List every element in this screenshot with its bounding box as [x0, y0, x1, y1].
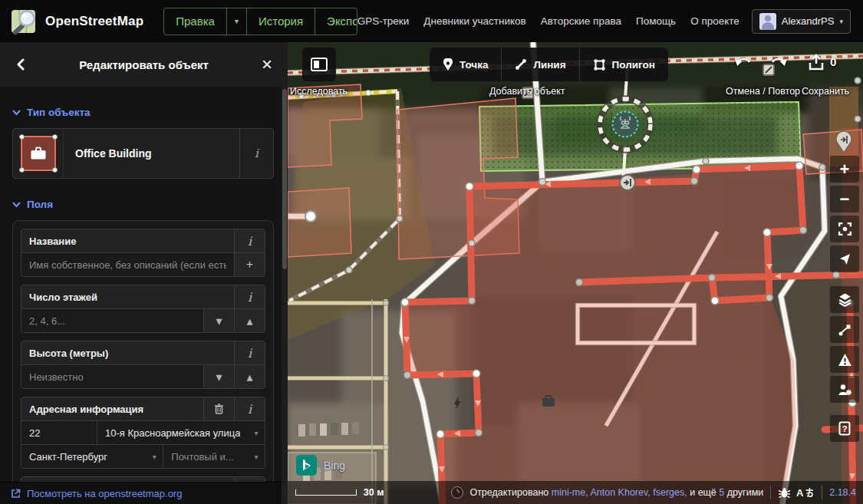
- edit-button-group: Правка ▾ История Экспорт: [163, 8, 357, 35]
- scale-bar: [295, 489, 357, 496]
- zoom-in-button[interactable]: +: [830, 156, 859, 183]
- street-input[interactable]: [97, 421, 248, 444]
- info-button[interactable]: i: [234, 229, 265, 252]
- external-link-icon: [11, 489, 21, 499]
- more-count-link[interactable]: 5: [719, 487, 724, 498]
- info-button[interactable]: i: [234, 285, 265, 308]
- export-button[interactable]: Экспорт: [315, 8, 357, 35]
- chevron-down-icon[interactable]: ▾: [248, 421, 265, 444]
- name-input[interactable]: [21, 253, 234, 276]
- nav-about[interactable]: О проекте: [690, 15, 739, 27]
- field-smoking: Курение i: [21, 476, 265, 482]
- history-clock-icon[interactable]: [451, 486, 463, 499]
- add-translation-button[interactable]: +: [234, 253, 265, 276]
- sidebar-toggle-icon: [311, 58, 328, 71]
- mode-label: Полигон: [612, 59, 655, 71]
- chevron-down-icon: [12, 202, 21, 208]
- view-on-osm-link[interactable]: Посмотреть на openstreetmap.org: [27, 488, 182, 499]
- caption-browse: Исследовать: [290, 86, 348, 97]
- nav-help[interactable]: Помощь: [636, 15, 676, 27]
- map-footer-bar: 30 м Отредактировано mini-me, Anton Khor…: [288, 481, 863, 504]
- editor-links[interactable]: mini-me, Anton Khorev, fserges,: [552, 487, 687, 498]
- preset-info-button[interactable]: i: [239, 129, 273, 178]
- info-button[interactable]: i: [234, 397, 265, 420]
- attribution-label: Bing: [324, 460, 345, 472]
- redo-button[interactable]: [769, 55, 789, 74]
- history-button[interactable]: История: [246, 8, 315, 35]
- height-input[interactable]: [21, 365, 203, 388]
- postcode-combo: ▾: [163, 445, 265, 468]
- fields-container: Название i + Число этажей i: [12, 220, 274, 482]
- edit-caret-button[interactable]: ▾: [226, 8, 246, 35]
- section-fields[interactable]: Поля: [12, 199, 274, 210]
- section-feature-type[interactable]: Тип объекта: [12, 107, 274, 118]
- osm-logo-icon: [9, 7, 38, 36]
- close-button[interactable]: ×: [259, 54, 275, 74]
- back-button[interactable]: [12, 55, 29, 74]
- sidebar-footer: Посмотреть на openstreetmap.org: [0, 482, 288, 504]
- user-menu[interactable]: AlexandrPS ▾: [752, 9, 851, 34]
- preferences-button[interactable]: [830, 376, 859, 403]
- chevron-left-icon: [15, 58, 26, 71]
- issues-button[interactable]: [830, 346, 859, 373]
- help-button[interactable]: ?: [830, 415, 859, 442]
- caption-save: Сохранить: [802, 86, 849, 97]
- edit-button[interactable]: Правка: [164, 8, 226, 35]
- entrance-icon[interactable]: [620, 175, 635, 190]
- postcode-input[interactable]: [163, 445, 248, 468]
- scale-label: 30 м: [364, 487, 384, 498]
- decrement-button[interactable]: ▾: [203, 309, 234, 332]
- bing-attribution[interactable]: Bing: [296, 455, 345, 476]
- zoom-out-button[interactable]: −: [830, 186, 859, 212]
- housenumber-input[interactable]: [21, 421, 97, 444]
- translate-icon: A: [796, 486, 815, 499]
- preset-icon-wrap: [13, 129, 64, 178]
- field-label: Адресная информация: [21, 397, 203, 420]
- city-input[interactable]: [21, 445, 146, 468]
- map-data-button[interactable]: [830, 316, 859, 343]
- close-icon: ×: [262, 58, 272, 71]
- report-bug-button[interactable]: [778, 487, 791, 499]
- nav-copyright[interactable]: Авторские права: [541, 15, 621, 27]
- field-name: Название i +: [21, 229, 265, 277]
- increment-button[interactable]: ▴: [234, 365, 265, 388]
- preset-button[interactable]: Office Building i: [12, 128, 274, 179]
- upload-save-icon: [808, 53, 825, 71]
- caption-add-feature: Добавить объект: [489, 86, 565, 97]
- map-controls-rail: + −: [830, 156, 861, 445]
- redo-icon: [769, 55, 789, 72]
- map-area: Точка Линия Полигон: [288, 42, 863, 504]
- chevron-down-icon[interactable]: ▾: [248, 445, 265, 468]
- section-label: Тип объекта: [27, 107, 91, 118]
- osm-home-link[interactable]: OpenStreetMap: [9, 7, 143, 36]
- add-point-button[interactable]: Точка: [430, 48, 501, 81]
- more-suffix: другими: [727, 487, 763, 498]
- add-line-button[interactable]: Линия: [501, 48, 578, 81]
- page-title: Редактировать объект: [29, 58, 259, 71]
- field-address: Адресная информация i: [21, 397, 265, 469]
- info-button[interactable]: i: [234, 341, 265, 364]
- chevron-down-icon[interactable]: ▾: [146, 445, 163, 468]
- sidebar-toggle-button[interactable]: [302, 48, 336, 81]
- section-label: Поля: [27, 199, 53, 210]
- top-navbar: OpenStreetMap Правка ▾ История Экспорт G…: [0, 0, 863, 42]
- undo-button[interactable]: [733, 55, 753, 74]
- increment-button[interactable]: ▴: [234, 309, 265, 332]
- sidebar-scrollbar[interactable]: [282, 87, 288, 504]
- edit-sidebar: Редактировать объект × Тип объекта: [0, 42, 288, 504]
- levels-input[interactable]: [21, 309, 203, 332]
- nav-user-diaries[interactable]: Дневники участников: [423, 15, 525, 27]
- map-canvas[interactable]: [288, 42, 863, 504]
- version-link[interactable]: 2.18.4: [829, 487, 856, 498]
- top-nav-links: GPS-треки Дневники участников Авторские …: [357, 15, 739, 27]
- scrollbar-thumb[interactable]: [282, 89, 287, 269]
- zoom-to-selection-button[interactable]: [830, 216, 859, 242]
- save-button[interactable]: [808, 53, 825, 74]
- translate-button[interactable]: A: [796, 486, 815, 499]
- remove-field-button[interactable]: [203, 397, 234, 420]
- backgrounds-button[interactable]: [830, 286, 859, 313]
- nav-gps-traces[interactable]: GPS-треки: [357, 15, 410, 27]
- add-area-button[interactable]: Полигон: [579, 48, 668, 81]
- geolocate-button[interactable]: [830, 245, 859, 272]
- decrement-button[interactable]: ▾: [203, 365, 234, 388]
